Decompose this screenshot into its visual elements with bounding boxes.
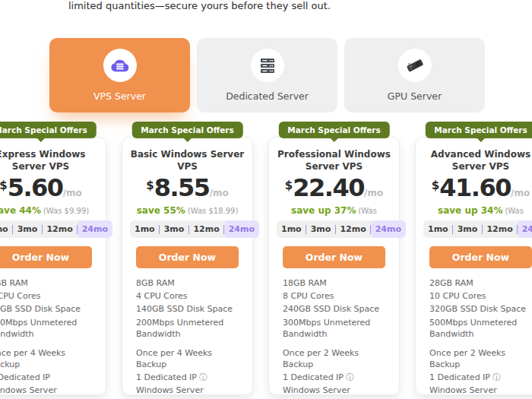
period-option-12mo[interactable]: 12mo xyxy=(335,220,370,238)
spec-cpu: 10 CPU Cores xyxy=(429,290,532,302)
discount-row: save up 34%(Was $63.99) xyxy=(423,202,532,214)
price-amount: 41.60 xyxy=(439,173,511,202)
was-price-label: (Was $18.99) xyxy=(188,207,239,215)
plan-card: March Special Offers Express Windows Ser… xyxy=(0,137,106,395)
spec-cpu: 4 CPU Cores xyxy=(136,290,243,302)
extra-dedicated-ip: 1 Dedicated IPⓘ xyxy=(136,372,243,383)
server-type-tabs: VPS Server Dedicated Server xyxy=(49,38,485,112)
extra-backup: Once per 4 Weeks Backup xyxy=(0,347,97,370)
plan-specs: 18GB RAM 8 CPU Cores 240GB SSD Disk Spac… xyxy=(277,277,391,340)
offer-badge: March Special Offers xyxy=(278,122,389,138)
plan-card: March Special Offers Advanced Windows Se… xyxy=(415,137,532,395)
extra-os: Windows Server 2025/2022/2019/2016 xyxy=(136,385,243,399)
spec-ram: 8GB RAM xyxy=(136,277,243,289)
period-option-1mo[interactable]: 1mo xyxy=(130,220,160,238)
plan-price: $5.60/mo xyxy=(0,176,98,200)
info-icon[interactable]: ⓘ xyxy=(492,372,501,382)
spec-disk: 320GB SSD Disk Space xyxy=(429,303,532,315)
currency-symbol: $ xyxy=(432,179,439,192)
plan-title: Advanced Windows Server VPS xyxy=(423,148,532,174)
price-amount: 8.55 xyxy=(154,173,210,202)
spec-bandwidth: 200Mbps Unmetered Bandwidth xyxy=(136,317,243,340)
billing-period-selector: 1mo3mo12mo24mo xyxy=(423,220,532,238)
tab-label: GPU Server xyxy=(388,90,442,102)
plan-title: Professional Windows Server VPS xyxy=(277,148,391,174)
plan-card: March Special Offers Basic Windows Serve… xyxy=(122,137,253,395)
period-option-3mo[interactable]: 3mo xyxy=(13,220,43,238)
spec-disk: 140GB SSD Disk Space xyxy=(136,303,243,315)
spec-bandwidth: 100Mbps Unmetered Bandwidth xyxy=(0,317,97,340)
plan-card: March Special Offers Professional Window… xyxy=(268,137,400,395)
extra-os: Windows Server 2025/2022/2019/2016 xyxy=(429,385,532,399)
extra-dedicated-ip-label: 1 Dedicated IP xyxy=(0,372,50,382)
period-option-1mo[interactable]: 1mo xyxy=(423,220,453,238)
extra-dedicated-ip-label: 1 Dedicated IP xyxy=(136,372,197,382)
extra-dedicated-ip-label: 1 Dedicated IP xyxy=(429,372,490,382)
spec-ram: 18GB RAM xyxy=(283,277,390,289)
server-rack-icon xyxy=(251,49,284,82)
period-option-12mo[interactable]: 12mo xyxy=(188,220,223,238)
tab-label: Dedicated Server xyxy=(226,90,309,102)
info-icon[interactable]: ⓘ xyxy=(199,372,207,382)
period-option-12mo[interactable]: 12mo xyxy=(482,220,517,238)
order-now-button[interactable]: Order Now xyxy=(429,246,532,268)
billing-period-selector: 1mo3mo12mo24mo xyxy=(0,220,112,238)
save-percent-label: save 44% xyxy=(0,205,41,216)
extra-backup: Once per 4 Weeks Backup xyxy=(136,347,243,370)
period-option-3mo[interactable]: 3mo xyxy=(160,220,189,238)
spec-ram: 4GB RAM xyxy=(0,277,97,289)
spec-disk: 80GB SSD Disk Space xyxy=(0,303,97,315)
extra-backup: Once per 2 Weeks Backup xyxy=(283,347,390,370)
order-now-button[interactable]: Order Now xyxy=(136,246,239,268)
period-option-3mo[interactable]: 3mo xyxy=(453,220,483,238)
order-now-button[interactable]: Order Now xyxy=(283,246,385,268)
period-option-24mo[interactable]: 24mo xyxy=(224,220,259,238)
offer-badge: March Special Offers xyxy=(131,122,242,138)
plan-price: $41.60/mo xyxy=(423,176,532,200)
price-period: /mo xyxy=(511,188,530,198)
extra-dedicated-ip: 1 Dedicated IP xyxy=(0,372,97,383)
discount-row: save 44%(Was $9.99) xyxy=(0,202,98,214)
offer-badge: March Special Offers xyxy=(425,122,532,138)
period-option-1mo[interactable]: 1mo xyxy=(0,220,13,238)
cloud-icon xyxy=(103,49,137,82)
period-option-24mo[interactable]: 24mo xyxy=(371,220,406,238)
plan-extras: Once per 4 Weeks Backup 1 Dedicated IP W… xyxy=(0,347,98,399)
extra-backup: Once per 2 Weeks Backup xyxy=(429,347,532,370)
spec-bandwidth: 500Mbps Unmetered Bandwidth xyxy=(429,317,532,340)
discount-row: save up 37%(Was $35.99) xyxy=(277,202,391,214)
plan-title: Express Windows Server VPS xyxy=(0,148,98,174)
price-amount: 5.60 xyxy=(8,173,63,202)
spec-disk: 240GB SSD Disk Space xyxy=(283,303,390,315)
gpu-card-icon xyxy=(398,49,432,82)
plan-extras: Once per 2 Weeks Backup 1 Dedicated IPⓘ … xyxy=(277,347,391,399)
period-option-12mo[interactable]: 12mo xyxy=(42,220,77,238)
extra-dedicated-ip: 1 Dedicated IPⓘ xyxy=(429,372,532,383)
plans-row: March Special Offers Express Windows Ser… xyxy=(0,119,532,395)
currency-symbol: $ xyxy=(285,179,293,192)
tagline: limited quantities—secure yours before t… xyxy=(0,0,399,11)
period-option-24mo[interactable]: 24mo xyxy=(78,220,112,238)
extra-dedicated-ip: 1 Dedicated IPⓘ xyxy=(283,372,390,383)
save-percent-label: save 55% xyxy=(137,205,185,216)
spec-ram: 28GB RAM xyxy=(429,277,532,289)
info-icon[interactable]: ⓘ xyxy=(346,372,354,382)
period-option-1mo[interactable]: 1mo xyxy=(277,220,306,238)
plan-price: $22.40/mo xyxy=(277,176,391,200)
period-option-24mo[interactable]: 24mo xyxy=(518,220,532,238)
plan-extras: Once per 2 Weeks Backup 1 Dedicated IPⓘ … xyxy=(423,347,532,399)
order-now-button[interactable]: Order Now xyxy=(0,246,92,268)
extra-os: Windows Server 2025/2022/2019/2016 xyxy=(283,385,390,399)
tab-gpu-server[interactable]: GPU Server xyxy=(344,38,485,112)
currency-symbol: $ xyxy=(146,179,154,192)
plan-title: Basic Windows Server VPS xyxy=(130,148,245,174)
tab-dedicated-server[interactable]: Dedicated Server xyxy=(197,38,337,112)
period-option-3mo[interactable]: 3mo xyxy=(306,220,336,238)
price-amount: 22.40 xyxy=(293,173,364,202)
price-period: /mo xyxy=(364,188,383,198)
plan-price: $8.55/mo xyxy=(130,176,245,200)
plans-viewport: March Special Offers Express Windows Ser… xyxy=(0,119,532,399)
tab-vps-server[interactable]: VPS Server xyxy=(49,38,190,112)
currency-symbol: $ xyxy=(0,179,8,192)
plan-specs: 4GB RAM 2 CPU Cores 80GB SSD Disk Space … xyxy=(0,277,98,340)
